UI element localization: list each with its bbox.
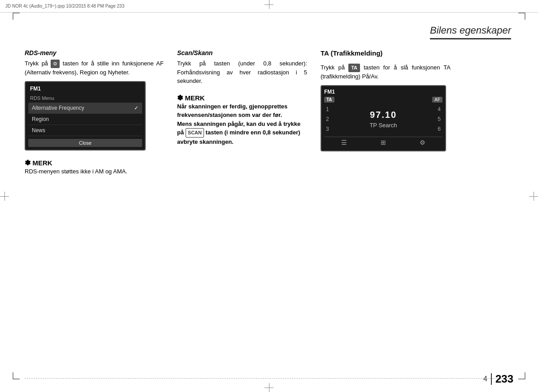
footer-divider <box>25 378 513 379</box>
ta-heading: TA (Trafikkmelding) <box>321 49 451 57</box>
middle-note-symbol: ✽ <box>177 94 185 102</box>
rds-item-label-1: Region <box>32 116 49 122</box>
page-section-num: 4 <box>483 375 487 383</box>
ta-para-before: Trykk på <box>321 64 345 71</box>
left-note-symbol: ✽ <box>25 159 32 167</box>
rds-menu-item-0[interactable]: Alternative Frequency ✓ <box>28 103 142 114</box>
column-right: TA (Trafikkmelding) Trykk på TA tasten f… <box>321 49 451 151</box>
rds-menu-item-2[interactable]: News <box>28 125 142 136</box>
ta-radio-screen: FM1 TA AF 1 2 3 97.10 TP Search <box>321 85 446 151</box>
ta-num-5: 5 <box>438 116 441 122</box>
ta-badges-row: TA AF <box>324 97 443 103</box>
checkmark-0: ✓ <box>134 105 139 111</box>
corner-bracket-tl <box>13 13 20 20</box>
ta-num-2: 2 <box>326 116 329 122</box>
crosshair-bottom <box>265 383 273 392</box>
ta-num-1: 1 <box>326 106 329 112</box>
gear-button-icon: ⚙ <box>51 60 60 68</box>
ta-numbers-right: 4 5 6 <box>434 104 443 134</box>
ta-num-4: 4 <box>438 106 441 112</box>
ta-badge: TA <box>324 97 334 103</box>
left-note-text: RDS-menyen støttes ikke i AM og AMA. <box>25 167 164 176</box>
bottom-icon-1[interactable]: ☰ <box>341 139 347 146</box>
rds-item-label-2: News <box>32 127 45 134</box>
rds-menu-label: RDS Menu <box>28 95 142 101</box>
middle-note-heading-text: MERK <box>185 94 204 102</box>
rds-para-before: Trykk på <box>25 60 48 67</box>
rds-close-button[interactable]: Close <box>28 139 142 147</box>
ta-bottom-icons: ☰ ⊞ ⚙ <box>324 137 443 148</box>
corner-bracket-br <box>518 372 525 379</box>
page-footer: 4 233 <box>483 373 513 385</box>
bottom-icon-3[interactable]: ⚙ <box>420 139 425 146</box>
middle-note-line1: Når skanningen er ferdig, gjenopprettes … <box>177 103 287 119</box>
ta-para: Trykk på TA tasten for å slå funksjonen … <box>321 63 451 81</box>
ta-num-6: 6 <box>438 126 441 132</box>
rds-item-label-0: Alternative Frequency <box>32 105 84 111</box>
left-note-heading-text: MERK <box>32 159 52 167</box>
ta-screen-body: 1 2 3 97.10 TP Search 4 5 6 <box>324 104 443 134</box>
middle-note-text: Når skanningen er ferdig, gjenopprettes … <box>177 102 307 146</box>
column-middle: Scan/Skann Trykk på tasten (under 0,8 se… <box>177 49 307 146</box>
page-title: Bilens egenskaper <box>430 25 511 36</box>
ta-screen-band: FM1 <box>324 89 335 95</box>
page-title-area: Bilens egenskaper <box>430 25 511 39</box>
af-badge: AF <box>432 97 443 103</box>
crosshair-left <box>0 192 9 201</box>
rds-screen-band: FM1 <box>28 85 142 93</box>
header-bar: JD NOR 4c (Audio_179~).qxp 10/2/2015 8:4… <box>0 0 538 13</box>
rds-menu-screen: FM1 RDS Menu Alternative Frequency ✓ Reg… <box>25 81 146 151</box>
left-note-section: ✽ MERK RDS-menyen støttes ikke i AM og A… <box>25 159 164 176</box>
title-underline <box>430 38 511 39</box>
ta-center-display: 97.10 TP Search <box>333 104 434 134</box>
ta-search-text: TP Search <box>369 122 397 129</box>
ta-screen-top: FM1 <box>324 89 443 95</box>
corner-bracket-tr <box>518 13 525 20</box>
left-note-heading: ✽ MERK <box>25 159 164 167</box>
rds-menu-heading: RDS-meny <box>25 49 164 56</box>
bottom-icon-2[interactable]: ⊞ <box>381 139 386 146</box>
ta-numbers-left: 1 2 3 <box>324 104 333 134</box>
page-number: 233 <box>495 373 513 385</box>
scan-para: Trykk på tasten (under 0,8 sekunder): Fo… <box>177 59 307 86</box>
ta-button: TA <box>348 64 360 72</box>
scan-heading: Scan/Skann <box>177 49 307 56</box>
rds-menu-para: Trykk på ⚙ tasten for å stille inn funks… <box>25 59 164 77</box>
rds-menu-item-1[interactable]: Region <box>28 114 142 125</box>
page-num-divider <box>491 373 492 385</box>
print-info: JD NOR 4c (Audio_179~).qxp 10/2/2015 8:4… <box>5 4 124 9</box>
middle-note-heading: ✽ MERK <box>177 94 307 102</box>
content-area: RDS-meny Trykk på ⚙ tasten for å stille … <box>25 49 513 365</box>
scan-button: SCAN <box>186 128 204 138</box>
middle-note-section: ✽ MERK Når skanningen er ferdig, gjenopp… <box>177 94 307 146</box>
ta-num-3: 3 <box>326 126 329 132</box>
ta-frequency: 97.10 <box>370 110 397 120</box>
corner-bracket-bl <box>13 372 20 379</box>
crosshair-right <box>529 192 538 201</box>
column-left: RDS-meny Trykk på ⚙ tasten for å stille … <box>25 49 164 176</box>
columns: RDS-meny Trykk på ⚙ tasten for å stille … <box>25 49 513 176</box>
